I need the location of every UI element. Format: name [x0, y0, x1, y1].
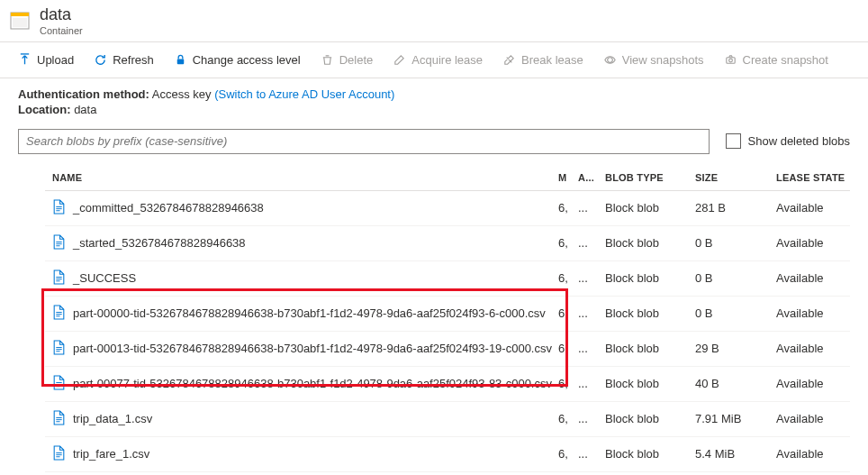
auth-method-value: Access key	[152, 87, 212, 101]
file-icon	[52, 305, 66, 323]
blob-lease: Available	[776, 236, 857, 250]
location-label: Location:	[18, 103, 71, 116]
svg-rect-1	[11, 13, 29, 16]
upload-button[interactable]: Upload	[9, 50, 83, 70]
table-row[interactable]: trip_data_1.csv6,...Block blob7.91 MiBAv…	[45, 402, 850, 437]
blob-modified: 6,	[558, 377, 578, 390]
delete-label: Delete	[339, 53, 374, 67]
blob-size: 7.91 MiB	[695, 412, 776, 425]
blob-type: Block blob	[605, 201, 695, 215]
svg-rect-2	[13, 18, 27, 27]
blob-name: trip_data_1.csv	[73, 412, 152, 425]
view-snapshots-button: View snapshots	[594, 50, 713, 70]
show-deleted-label: Show deleted blobs	[748, 134, 850, 148]
blob-size: 281 B	[695, 201, 776, 215]
col-size-header[interactable]: SIZE	[695, 172, 776, 183]
col-blobtype-header[interactable]: BLOB TYPE	[605, 172, 695, 183]
container-icon	[9, 10, 31, 32]
table-row[interactable]: _committed_53267846788289466386,...Block…	[45, 191, 850, 226]
acquire-lease-label: Acquire lease	[411, 53, 483, 67]
auth-method-label: Authentication method:	[18, 87, 149, 101]
table-row[interactable]: part-00000-tid-5326784678828946638-b730a…	[45, 297, 850, 332]
refresh-button[interactable]: Refresh	[85, 50, 163, 70]
blob-access: ...	[578, 271, 605, 285]
svg-point-4	[607, 57, 612, 62]
file-icon	[52, 269, 66, 288]
file-icon	[52, 340, 66, 358]
svg-rect-3	[176, 59, 184, 64]
blob-name: _SUCCESS	[73, 271, 136, 285]
blob-size: 40 B	[695, 377, 776, 390]
blob-grid: NAME M A... BLOB TYPE SIZE LEASE STATE _…	[0, 163, 868, 472]
show-deleted-checkbox[interactable]: Show deleted blobs	[726, 133, 850, 149]
blob-type: Block blob	[605, 236, 695, 250]
blob-access: ...	[578, 306, 605, 320]
file-icon	[52, 234, 66, 252]
blob-lease: Available	[776, 377, 857, 390]
blob-access: ...	[578, 412, 605, 425]
checkbox-icon	[726, 133, 741, 149]
blob-type: Block blob	[605, 306, 695, 320]
switch-auth-link[interactable]: (Switch to Azure AD User Account)	[214, 87, 394, 101]
blob-size: 5.4 MiB	[695, 447, 776, 461]
blob-modified: 6,	[558, 236, 578, 250]
blob-lease: Available	[776, 306, 857, 320]
col-name-header[interactable]: NAME	[45, 172, 558, 183]
blob-size: 29 B	[695, 342, 776, 355]
blob-name: trip_fare_1.csv	[73, 447, 149, 461]
col-lease-header[interactable]: LEASE STATE	[776, 172, 857, 183]
meta-section: Authentication method: Access key (Switc…	[0, 78, 868, 122]
search-input[interactable]	[18, 129, 710, 154]
blob-access: ...	[578, 447, 605, 461]
table-row[interactable]: _started_53267846788289466386,...Block b…	[45, 226, 850, 261]
blob-size: 0 B	[695, 271, 776, 285]
blob-type: Block blob	[605, 412, 695, 425]
view-snapshots-label: View snapshots	[622, 53, 704, 67]
toolbar: Upload Refresh Change access level Delet…	[0, 42, 868, 78]
location-value: data	[74, 103, 96, 116]
file-icon	[52, 199, 66, 217]
blob-modified: 6,	[558, 201, 578, 215]
break-lease-label: Break lease	[521, 53, 583, 67]
change-access-label: Change access level	[193, 53, 301, 67]
file-icon	[52, 375, 66, 393]
blob-modified: 6,	[558, 342, 578, 355]
blob-access: ...	[578, 342, 605, 355]
table-row[interactable]: part-00013-tid-5326784678828946638-b730a…	[45, 332, 850, 367]
table-row[interactable]: part-00077-tid-5326784678828946638-b730a…	[45, 367, 850, 402]
file-icon	[52, 445, 66, 463]
blob-modified: 6,	[558, 271, 578, 285]
blob-modified: 6,	[558, 306, 578, 320]
change-access-button[interactable]: Change access level	[165, 50, 310, 70]
delete-button: Delete	[312, 50, 383, 70]
blob-name: _started_5326784678828946638	[73, 236, 246, 250]
blob-name: part-00013-tid-5326784678828946638-b730a…	[73, 342, 552, 355]
blob-modified: 6,	[558, 447, 578, 461]
container-header: data Container	[0, 0, 868, 42]
blob-access: ...	[578, 377, 605, 390]
file-icon	[52, 410, 66, 428]
upload-label: Upload	[37, 53, 74, 67]
blob-name: part-00077-tid-5326784678828946638-b730a…	[73, 377, 552, 390]
blob-lease: Available	[776, 342, 857, 355]
blob-size: 0 B	[695, 306, 776, 320]
svg-point-6	[728, 59, 732, 62]
blob-type: Block blob	[605, 377, 695, 390]
grid-header: NAME M A... BLOB TYPE SIZE LEASE STATE	[45, 163, 850, 191]
col-modified-header[interactable]: M	[558, 172, 578, 183]
search-row: Show deleted blobs	[0, 122, 868, 163]
create-snapshot-button: Create snapshot	[715, 50, 837, 70]
blob-type: Block blob	[605, 271, 695, 285]
col-access-header[interactable]: A...	[578, 172, 605, 183]
blob-type: Block blob	[605, 447, 695, 461]
blob-name: part-00000-tid-5326784678828946638-b730a…	[73, 306, 546, 320]
acquire-lease-button: Acquire lease	[384, 50, 492, 70]
blob-lease: Available	[776, 201, 857, 215]
blob-access: ...	[578, 236, 605, 250]
table-row[interactable]: _SUCCESS6,...Block blob0 BAvailable	[45, 261, 850, 297]
blob-lease: Available	[776, 271, 857, 285]
blob-access: ...	[578, 201, 605, 215]
table-row[interactable]: trip_fare_1.csv6,...Block blob5.4 MiBAva…	[45, 437, 850, 472]
blob-type: Block blob	[605, 342, 695, 355]
blob-size: 0 B	[695, 236, 776, 250]
